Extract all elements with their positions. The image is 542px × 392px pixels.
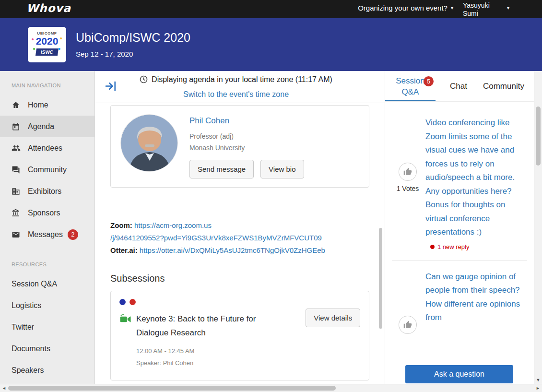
sidebar-item-label: Agenda xyxy=(28,122,54,131)
organizer-link[interactable]: Organizing your own event? ▾ xyxy=(358,4,453,12)
question-text[interactable]: Video conferencing like Zoom limits some… xyxy=(425,116,527,239)
zoom-link[interactable]: https://acm-org.zoom.us /j/94641209552?p… xyxy=(110,221,322,242)
caret-down-icon: ▾ xyxy=(451,5,453,11)
clock-icon xyxy=(140,74,148,88)
logo-confetti xyxy=(60,37,62,39)
view-bio-button[interactable]: View bio xyxy=(260,160,304,178)
collapse-arrow-icon[interactable] xyxy=(105,80,118,95)
sidebar-item-label: Exhibitors xyxy=(28,187,61,196)
qa-question-list: 1 Votes Video conferencing like Zoom lim… xyxy=(385,102,534,384)
sidebar-item-session-qa[interactable]: Session Q&A xyxy=(0,273,94,295)
body-row: MAIN NAVIGATION Home Agenda Attendees Co… xyxy=(0,71,542,384)
home-icon xyxy=(12,101,21,109)
sidebar-item-exhibitors[interactable]: Exhibitors xyxy=(0,180,94,202)
sidebar-item-messages[interactable]: Messages 2 xyxy=(0,224,94,245)
horizontal-scrollbar-thumb[interactable] xyxy=(8,386,336,391)
speaker-affiliation: Monash University xyxy=(189,142,304,154)
session-links: Zoom: https://acm-org.zoom.us /j/9464120… xyxy=(110,219,372,257)
speaker-avatar xyxy=(120,114,178,172)
user-name: Yasuyuki Sumi xyxy=(463,1,501,18)
vote-column: 1 Votes xyxy=(390,163,425,192)
timezone-notice-text: Displaying agenda in your local time zon… xyxy=(152,75,332,83)
sidebar-item-agenda[interactable]: Agenda xyxy=(0,116,94,137)
thumbs-up-icon xyxy=(403,321,412,329)
sidebar-item-label: Messages xyxy=(28,230,63,239)
send-message-button[interactable]: Send message xyxy=(189,160,254,178)
sidebar-item-community[interactable]: Community xyxy=(0,159,94,180)
tab-chat[interactable]: Chat xyxy=(450,71,467,101)
sidebar-item-home[interactable]: Home xyxy=(0,94,94,116)
timezone-notice: Displaying agenda in your local time zon… xyxy=(133,73,339,101)
agenda-main-panel: Displaying agenda in your local time zon… xyxy=(95,71,385,384)
scroll-left-arrow[interactable]: ◄ xyxy=(2,386,6,391)
event-logo-top-text: UBICOMP xyxy=(28,31,66,36)
sidebar-item-label: Sponsors xyxy=(28,209,60,217)
video-camera-icon xyxy=(119,314,132,326)
new-reply-text: 1 new reply xyxy=(437,243,469,250)
scroll-down-arrow[interactable]: ▼ xyxy=(534,378,542,382)
sidebar-item-logistics[interactable]: Logistics xyxy=(0,295,94,316)
sidebar-item-attendees[interactable]: Attendees xyxy=(0,137,94,159)
resources-label: RESOURCES xyxy=(0,245,94,273)
messages-unread-badge: 2 xyxy=(68,229,78,240)
panel-scrollbar-thumb[interactable] xyxy=(536,107,541,166)
panel-scrollbar[interactable]: ▼ xyxy=(534,71,542,384)
view-details-button[interactable]: View details xyxy=(306,309,360,327)
qa-question[interactable]: Can we gauge opinion of people from thei… xyxy=(385,270,534,334)
ask-question-button[interactable]: Ask a question xyxy=(405,365,513,383)
event-banner: UBICOMP 2020 ISWC UbiComp/ISWC 2020 Sep … xyxy=(0,18,542,71)
whova-logo: Whova xyxy=(26,2,71,14)
event-title: UbiComp/ISWC 2020 xyxy=(76,31,190,45)
zoom-label: Zoom: xyxy=(110,221,132,229)
vote-column xyxy=(390,316,425,334)
main-scrollbar-thumb[interactable] xyxy=(379,228,382,329)
session-dot-red xyxy=(130,299,136,305)
user-menu[interactable]: Yasuyuki Sumi ▾ xyxy=(463,1,509,18)
logo-confetti xyxy=(59,48,60,50)
question-text[interactable]: Can we gauge opinion of people from thei… xyxy=(425,270,527,325)
scroll-right-arrow[interactable]: ► xyxy=(536,386,540,391)
new-reply-dot xyxy=(430,245,435,249)
tab-community[interactable]: Community xyxy=(483,71,524,101)
exhibitors-icon xyxy=(12,187,21,196)
otter-link[interactable]: https://otter.ai/v/DxQMiLy5AsUJ2tmc6TNgO… xyxy=(140,246,325,254)
tab-label: Chat xyxy=(450,82,467,91)
sidebar-item-speakers[interactable]: Speakers xyxy=(0,359,94,381)
logo-confetti xyxy=(32,38,34,40)
speaker-title: Professor (adj) xyxy=(189,131,304,142)
sidebar-item-label: Logistics xyxy=(12,301,41,310)
sidebar-item-label: Home xyxy=(28,101,48,109)
switch-timezone-link[interactable]: Switch to the event's time zone xyxy=(183,90,289,98)
speaker-name-link[interactable]: Phil Cohen xyxy=(189,116,229,126)
community-icon xyxy=(12,166,21,174)
qa-panel: Session Q&A 5 Chat Community 1 Votes xyxy=(385,71,534,384)
sidebar-item-label: Speakers xyxy=(12,366,44,375)
attendees-icon xyxy=(12,143,21,153)
qa-question[interactable]: 1 Votes Video conferencing like Zoom lim… xyxy=(385,116,534,239)
logo-confetti xyxy=(33,48,35,50)
speaker-card: Phil Cohen Professor (adj) Monash Univer… xyxy=(110,105,369,188)
tab-session-qa[interactable]: Session Q&A 5 xyxy=(385,71,436,101)
agenda-icon xyxy=(12,122,21,131)
subsessions-heading: Subsessions xyxy=(110,273,385,284)
sidebar-item-documents[interactable]: Documents xyxy=(0,338,94,359)
sidebar-item-label: Documents xyxy=(12,344,50,353)
top-bar: Whova Organizing your own event? ▾ Yasuy… xyxy=(0,0,542,18)
session-dot-blue xyxy=(119,299,126,305)
sidebar-item-sponsors[interactable]: Sponsors xyxy=(0,202,94,224)
sidebar-item-twitter[interactable]: Twitter xyxy=(0,316,94,338)
upvote-button[interactable] xyxy=(399,316,417,334)
messages-icon xyxy=(12,230,21,239)
tab-label: Community xyxy=(483,82,524,91)
upvote-button[interactable] xyxy=(399,163,417,181)
sidebar-item-label: Session Q&A xyxy=(12,280,57,288)
subsession-speaker: Speaker: Phil Cohen xyxy=(136,359,360,367)
caret-down-icon: ▾ xyxy=(507,5,509,11)
subsession-time: 12:00 AM - 12:45 AM xyxy=(136,347,360,355)
horizontal-scrollbar[interactable]: ◄ ► xyxy=(0,384,542,392)
vote-count: 1 Votes xyxy=(397,185,419,192)
sidebar-item-label: Community xyxy=(28,166,67,174)
sidebar-item-label: Twitter xyxy=(12,323,34,332)
event-dates: Sep 12 - 17, 2020 xyxy=(76,50,133,58)
agenda-session-detail: Phil Cohen Professor (adj) Monash Univer… xyxy=(95,103,385,384)
